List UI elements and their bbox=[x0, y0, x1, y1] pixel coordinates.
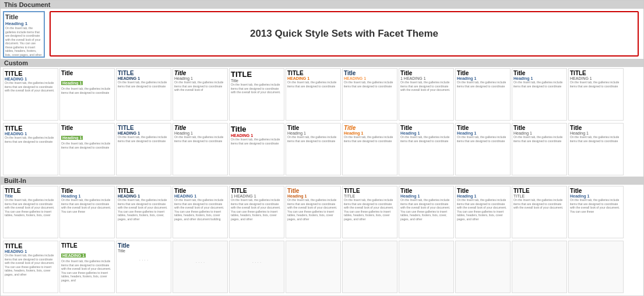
custom-row2-thumb-9[interactable]: Title Heading 1 On the Insert tab, the g… bbox=[455, 123, 511, 175]
builtin-thumb-2[interactable]: Title Heading 1 On the Insert tab, the g… bbox=[59, 186, 115, 238]
builtin-row2-thumb-4[interactable]: · · · · bbox=[173, 241, 228, 293]
custom-row2-thumb-2[interactable]: Title Heading 1 On the Insert tab, the g… bbox=[59, 123, 115, 175]
custom-row2-thumb-6[interactable]: Title Heading 1 On the Insert tab, the g… bbox=[286, 123, 341, 175]
builtin-row2-thumb-5[interactable]: · · · · bbox=[229, 241, 284, 293]
custom-thumb-11[interactable]: TITLE HEADING 1 On the Insert tab, the g… bbox=[568, 68, 624, 121]
builtin-row2-thumb-3[interactable]: Title Title · · · · bbox=[116, 241, 171, 293]
builtin-thumb-9[interactable]: Title Heading 1 On the Insert tab, the g… bbox=[455, 186, 511, 238]
custom-row2-thumb-7[interactable]: Title Heading 1 On the Insert tab, the g… bbox=[342, 123, 397, 175]
builtin-row2-thumb-7[interactable] bbox=[342, 241, 397, 293]
custom-row2-thumb-10[interactable]: Title Heading 1 On the Insert tab, the g… bbox=[512, 123, 567, 175]
builtin-thumb-3[interactable]: TITLE HEADING 1 On the Insert tab, the g… bbox=[116, 186, 171, 238]
custom-thumb-4[interactable]: Title Heading 1 On the Insert tab, the g… bbox=[173, 68, 228, 121]
this-document-header: This Document bbox=[1, 1, 643, 9]
builtin-row2-thumb-1[interactable]: TITLE HEADING 1 On the Insert tab, the g… bbox=[3, 241, 58, 293]
builtin-row2-thumb-6[interactable] bbox=[286, 241, 341, 293]
custom-thumb-1[interactable]: TITLE HEADING 1 On the Insert tab, the g… bbox=[3, 68, 58, 121]
custom-header: Custom bbox=[1, 59, 643, 67]
builtin-header: Built-In bbox=[1, 177, 643, 185]
builtin-thumb-7[interactable]: TITLE TITLE On the Insert tab, the galle… bbox=[342, 186, 397, 238]
builtin-row-2: TITLE HEADING 1 On the Insert tab, the g… bbox=[1, 239, 643, 294]
custom-row2-thumb-5[interactable]: Title HEADING 1 On the Insert tab, the g… bbox=[229, 123, 284, 175]
custom-thumb-8[interactable]: Title 1 HEADING 1 On the Insert tab, the… bbox=[399, 68, 454, 121]
custom-row2-thumb-4[interactable]: Title Heading 1 On the Insert tab, the g… bbox=[173, 123, 228, 175]
custom-thumb-3[interactable]: TITLE HEADING 1 On the Insert tab, the g… bbox=[116, 68, 171, 121]
builtin-thumb-10[interactable]: TITLE TITLE On the Insert tab, the galle… bbox=[512, 186, 567, 238]
preview-label: 2013 Quick Style Sets with Facet Theme bbox=[250, 28, 438, 40]
builtin-thumb-1[interactable]: TITLE Title On the Insert tab, the galle… bbox=[3, 186, 58, 238]
this-document-thumb[interactable]: Title Heading 1 On the Insert tab, the g… bbox=[3, 11, 45, 58]
custom-thumb-6[interactable]: TITLE HEADING 1 On the Insert tab, the g… bbox=[286, 68, 341, 121]
builtin-thumb-8[interactable]: Title Heading 1 On the Insert tab, the g… bbox=[399, 186, 454, 238]
custom-thumb-9[interactable]: Title Heading 1 On the Insert tab, the g… bbox=[455, 68, 511, 121]
custom-thumb-10[interactable]: Title Heading 1 On the Insert tab, the g… bbox=[512, 68, 567, 121]
builtin-row2-thumb-10[interactable] bbox=[512, 241, 567, 293]
custom-thumb-7[interactable]: Title HEADING 1 On the Insert tab, the g… bbox=[342, 68, 397, 121]
style-sets-panel: This Document Title Heading 1 On the Ins… bbox=[0, 0, 644, 296]
builtin-thumb-11[interactable]: Title Heading 1 On the Insert tab, the g… bbox=[568, 186, 624, 238]
builtin-row2-thumb-2[interactable]: TITLE HEADING 1 On the Insert tab, the g… bbox=[59, 241, 115, 293]
custom-thumb-5[interactable]: Title Title On the Insert tab, the galle… bbox=[229, 68, 284, 121]
custom-row-1: TITLE HEADING 1 On the Insert tab, the g… bbox=[1, 67, 643, 122]
builtin-row2-thumb-11[interactable] bbox=[568, 241, 624, 293]
custom-row2-thumb-8[interactable]: Title Heading 1 On the Insert tab, the g… bbox=[399, 123, 454, 175]
builtin-thumb-5[interactable]: TITLE 1 HEADING 1 On the Insert tab, the… bbox=[229, 186, 284, 238]
custom-row2-thumb-3[interactable]: TITLE HEADING 1 On the Insert tab, the g… bbox=[116, 123, 171, 175]
custom-row2-thumb-11[interactable]: Title Heading 1 On the Insert tab, the g… bbox=[568, 123, 624, 175]
builtin-thumb-4[interactable]: Title HEADING 1 On the Insert tab, the g… bbox=[173, 186, 228, 238]
builtin-row2-thumb-8[interactable] bbox=[399, 241, 454, 293]
builtin-row2-thumb-9[interactable] bbox=[455, 241, 511, 293]
builtin-thumb-6[interactable]: Title Heading 1 On the Insert tab, the g… bbox=[286, 186, 341, 238]
builtin-row-1: TITLE Title On the Insert tab, the galle… bbox=[1, 185, 643, 239]
custom-row2-thumb-1[interactable]: TITLE HEADING 1 On the Insert tab, the g… bbox=[3, 123, 58, 175]
custom-row-2: TITLE HEADING 1 On the Insert tab, the g… bbox=[1, 122, 643, 177]
custom-thumb-2[interactable]: Title Heading 1 On the Insert tab, the g… bbox=[59, 68, 115, 121]
